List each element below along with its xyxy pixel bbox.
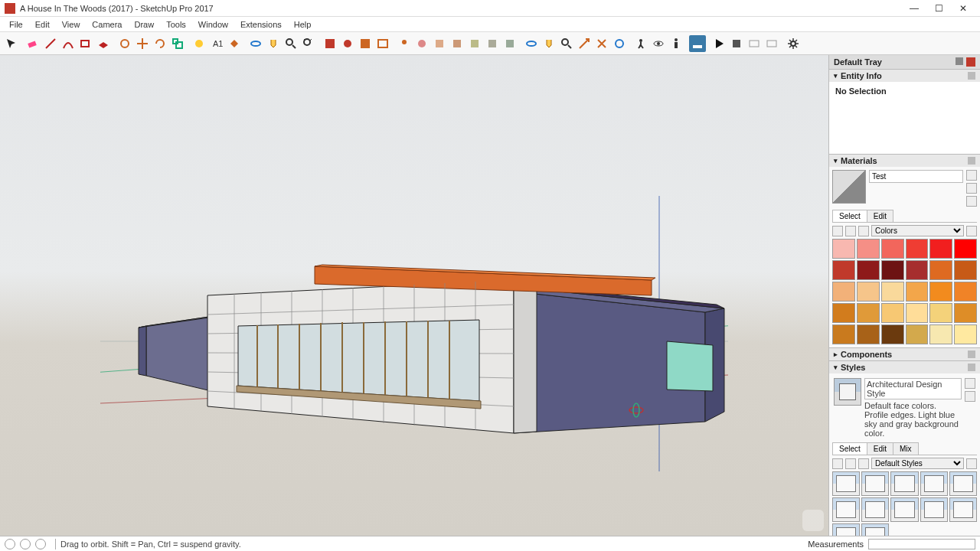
menu-window[interactable]: Window [192,18,234,31]
tray-header[interactable]: Default Tray [829,55,980,70]
walk-up-tool[interactable] [668,35,684,52]
maximize-button[interactable]: ☐ [926,1,951,16]
current-style-thumb[interactable] [834,378,861,406]
plugin-cut[interactable] [593,35,610,52]
material-create-icon[interactable] [966,170,977,181]
color-swatch[interactable] [929,239,952,259]
scene-prev[interactable] [746,35,763,52]
panel-close-icon[interactable] [968,72,975,80]
material-name-input[interactable] [869,170,963,183]
style-update-icon[interactable] [965,378,975,389]
materials-tab-edit[interactable]: Edit [867,210,893,222]
plugin-zoom[interactable] [558,35,575,52]
vray-util3[interactable] [484,35,501,52]
panel-close-icon[interactable] [968,350,975,358]
color-swatch[interactable] [929,324,952,344]
panel-header-materials[interactable]: ▾ Materials [829,155,980,167]
orbit-tool[interactable] [247,35,264,52]
vray-util2[interactable] [466,35,483,52]
color-swatch[interactable] [832,260,855,280]
style-item[interactable] [861,497,889,522]
pushpull-tool[interactable] [95,35,112,52]
styles-tab-edit[interactable]: Edit [867,442,893,455]
color-swatch[interactable] [857,303,880,323]
vray-light[interactable] [396,35,413,52]
style-item[interactable] [832,497,860,522]
nav-home-icon[interactable] [858,226,869,236]
menu-tools[interactable]: Tools [160,18,192,31]
nav-fwd-icon[interactable] [845,458,856,469]
arc-tool[interactable] [60,35,77,52]
color-swatch[interactable] [832,303,855,323]
menu-extensions[interactable]: Extensions [234,18,288,31]
color-swatch[interactable] [832,324,855,344]
settings-gear-icon[interactable] [785,35,802,52]
viewport[interactable] [0,55,828,536]
lumion-icon[interactable] [689,35,706,52]
tape-tool[interactable] [191,35,207,52]
style-item[interactable] [890,471,918,496]
style-item[interactable] [861,471,889,496]
vray-material[interactable] [413,35,430,52]
color-swatch[interactable] [832,282,855,302]
text-tool[interactable]: A1 [208,35,225,52]
style-create-icon[interactable] [965,391,975,402]
color-swatch[interactable] [906,303,929,323]
panel-header-styles[interactable]: ▾ Styles [829,361,980,373]
menu-view[interactable]: View [56,18,87,31]
eraser-tool[interactable] [24,35,41,52]
color-swatch[interactable] [881,282,904,302]
menu-edit[interactable]: Edit [29,18,56,31]
nav-back-icon[interactable] [832,226,843,236]
pan-tool[interactable] [265,35,282,52]
line-tool[interactable] [42,35,59,52]
color-swatch[interactable] [929,282,952,302]
rotate-tool[interactable] [152,35,168,52]
paint-tool[interactable] [226,35,243,52]
lookaround-tool[interactable] [650,35,667,52]
color-swatch[interactable] [857,324,880,344]
nav-home-icon[interactable] [858,458,869,469]
plugin-pan[interactable] [541,35,557,52]
vray-icon[interactable] [322,35,338,52]
select-tool[interactable] [3,35,20,52]
style-item[interactable] [920,497,948,522]
plugin-orbit[interactable] [523,35,540,52]
color-swatch[interactable] [832,239,855,259]
scene-next[interactable] [763,35,780,52]
color-swatch[interactable] [906,324,929,344]
measurements-input[interactable] [868,539,975,549]
styles-tab-mix[interactable]: Mix [893,442,919,455]
color-swatch[interactable] [881,239,904,259]
plugin-scale[interactable] [576,35,593,52]
play-button[interactable] [710,35,727,52]
plugin-globe[interactable] [611,35,628,52]
materials-library-select[interactable]: Colors [871,225,964,236]
menu-help[interactable]: Help [288,18,318,31]
offset-tool[interactable] [116,35,133,52]
nav-menu-icon[interactable] [966,226,977,236]
styles-tab-select[interactable]: Select [832,442,867,455]
nav-menu-icon[interactable] [966,458,977,469]
style-item[interactable] [949,471,977,496]
stop-button[interactable] [728,35,745,52]
status-info-icon[interactable] [5,539,15,549]
style-item[interactable] [890,497,918,522]
vray-render[interactable] [339,35,356,52]
color-swatch[interactable] [857,239,880,259]
close-button[interactable]: ✕ [951,1,975,16]
panel-close-icon[interactable] [968,157,975,165]
current-material-swatch[interactable] [832,170,866,204]
minimize-button[interactable]: — [902,1,926,16]
style-item[interactable] [832,523,860,536]
vray-frame[interactable] [374,35,391,52]
material-back-icon[interactable] [966,196,977,207]
color-swatch[interactable] [881,260,904,280]
tray-close-icon[interactable] [966,57,975,67]
materials-tab-select[interactable]: Select [832,210,867,222]
color-swatch[interactable] [929,260,952,280]
panel-close-icon[interactable] [968,364,975,371]
vray-geom[interactable] [431,35,448,52]
style-item[interactable] [861,523,889,536]
color-swatch[interactable] [881,324,904,344]
